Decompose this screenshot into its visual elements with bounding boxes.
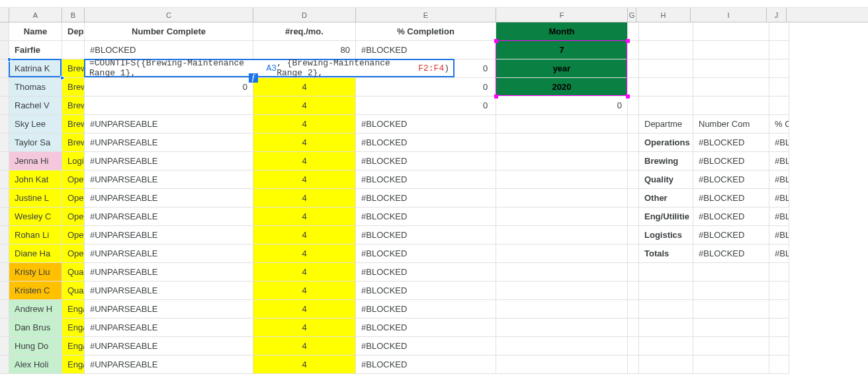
name-cell[interactable]: Justine L: [9, 189, 62, 207]
cell-d[interactable]: 4: [253, 115, 356, 133]
header-reqmo[interactable]: #req./mo.: [253, 22, 356, 41]
summary-pct[interactable]: #BL: [769, 152, 789, 170]
summary-dep[interactable]: Quality: [639, 170, 693, 189]
dep-cell[interactable]: Eng/: [62, 337, 85, 356]
cell[interactable]: [693, 78, 769, 96]
header-dep[interactable]: Dep: [62, 22, 85, 41]
cell-unparseable[interactable]: #UNPARSEABLE: [85, 133, 253, 152]
cell[interactable]: [693, 300, 769, 319]
cell[interactable]: [639, 282, 693, 300]
cell[interactable]: [628, 319, 639, 337]
cell-2020[interactable]: 2020: [496, 78, 628, 96]
cell[interactable]: [769, 319, 789, 337]
cell[interactable]: [496, 115, 628, 133]
cell-blocked[interactable]: #BLOCKED: [356, 152, 496, 170]
cell[interactable]: [628, 96, 639, 115]
column-header-B[interactable]: B: [62, 8, 85, 22]
summary-num[interactable]: #BLOCKED: [693, 226, 769, 244]
cell-d[interactable]: 4: [253, 207, 356, 226]
cell-blocked[interactable]: #BLOCKED: [356, 282, 496, 300]
cell[interactable]: [496, 337, 628, 356]
cell-unparseable[interactable]: #UNPARSEABLE: [85, 226, 253, 244]
summary-pct[interactable]: #BL: [769, 226, 789, 244]
cell[interactable]: [769, 282, 789, 300]
summary-pct[interactable]: #BL: [769, 189, 789, 207]
summary-dep[interactable]: Totals: [639, 244, 693, 263]
column-header-E[interactable]: E: [356, 8, 496, 22]
cell[interactable]: [496, 189, 628, 207]
cell[interactable]: [693, 337, 769, 356]
column-header-A[interactable]: A: [9, 8, 62, 22]
dep-cell[interactable]: Qual: [62, 282, 85, 300]
cell[interactable]: [496, 207, 628, 226]
cell[interactable]: [693, 282, 769, 300]
cell[interactable]: [628, 152, 639, 170]
cell[interactable]: [628, 170, 639, 189]
column-header-I[interactable]: I: [691, 8, 767, 22]
cell-unparseable[interactable]: #UNPARSEABLE: [85, 170, 253, 189]
name-cell[interactable]: Diane Ha: [9, 244, 62, 263]
cell[interactable]: [769, 96, 789, 115]
cell[interactable]: [628, 41, 639, 59]
range-handle[interactable]: [494, 94, 498, 98]
dep-cell[interactable]: Eng/: [62, 300, 85, 319]
cell-d[interactable]: 4: [253, 319, 356, 337]
cell[interactable]: [639, 319, 693, 337]
name-cell[interactable]: Andrew H: [9, 300, 62, 319]
cell-unparseable[interactable]: #UNPARSEABLE: [85, 263, 253, 282]
cell-80[interactable]: 80: [253, 41, 356, 59]
name-cell[interactable]: Rohan Li: [9, 226, 62, 244]
cell-d[interactable]: 4: [253, 96, 356, 115]
cell[interactable]: [639, 96, 693, 115]
cell[interactable]: [356, 96, 496, 115]
summary-num[interactable]: #BLOCKED: [693, 189, 769, 207]
cell-7[interactable]: 7: [496, 41, 628, 59]
cell-unparseable[interactable]: #UNPARSEABLE: [85, 282, 253, 300]
summary-num[interactable]: #BLOCKED: [693, 170, 769, 189]
summary-pct[interactable]: #BL: [769, 170, 789, 189]
cell[interactable]: [628, 337, 639, 356]
cell[interactable]: [639, 356, 693, 374]
cell[interactable]: [62, 41, 85, 59]
cell-d[interactable]: 4: [253, 189, 356, 207]
cell-fairfie[interactable]: Fairfie: [9, 41, 62, 59]
cell[interactable]: [496, 263, 628, 282]
cell-d[interactable]: 4: [253, 337, 356, 356]
name-cell[interactable]: Kristen C: [9, 282, 62, 300]
cell-blocked[interactable]: #BLOCKED: [356, 189, 496, 207]
cell-d[interactable]: 4: [253, 356, 356, 374]
cell-unparseable[interactable]: #UNPARSEABLE: [85, 152, 253, 170]
dep-cell[interactable]: Eng/: [62, 356, 85, 374]
cell-blocked[interactable]: #BLOCKED: [356, 115, 496, 133]
name-cell[interactable]: Rachel V: [9, 96, 62, 115]
cell[interactable]: [628, 59, 639, 78]
cell-blocked[interactable]: #BLOCKED: [356, 207, 496, 226]
cell-zero[interactable]: 0: [483, 100, 488, 110]
dep-cell[interactable]: Oper: [62, 207, 85, 226]
name-cell[interactable]: Jenna Hi: [9, 152, 62, 170]
cell-blocked[interactable]: #BLOCKED: [356, 319, 496, 337]
cell[interactable]: [628, 300, 639, 319]
cell-blocked[interactable]: #BLOCKED: [356, 337, 496, 356]
cell-d[interactable]: 4: [253, 282, 356, 300]
dep-cell[interactable]: Brew: [62, 78, 85, 96]
name-cell[interactable]: Thomas: [9, 78, 62, 96]
column-header-J[interactable]: J: [767, 8, 787, 22]
cell-blocked[interactable]: #BLOCKED: [85, 41, 253, 59]
cell[interactable]: [769, 59, 789, 78]
cell-d[interactable]: 4: [253, 300, 356, 319]
formula-editor[interactable]: =COUNTIFS({Brewing-Maintenance Range 1},…: [84, 59, 455, 77]
cell[interactable]: [693, 263, 769, 282]
cell[interactable]: [693, 22, 769, 41]
name-cell[interactable]: Hung Do: [9, 337, 62, 356]
column-header-D[interactable]: D: [253, 8, 356, 22]
range-handle[interactable]: [494, 39, 498, 43]
cell-blocked[interactable]: #BLOCKED: [356, 356, 496, 374]
dep-cell[interactable]: Brew: [62, 59, 85, 78]
dep-cell[interactable]: Eng/: [62, 319, 85, 337]
cell[interactable]: [628, 133, 639, 152]
cell-blocked[interactable]: #BLOCKED: [356, 41, 496, 59]
cell-blocked[interactable]: #BLOCKED: [356, 244, 496, 263]
dep-cell[interactable]: Brew: [62, 133, 85, 152]
cell[interactable]: [693, 59, 769, 78]
